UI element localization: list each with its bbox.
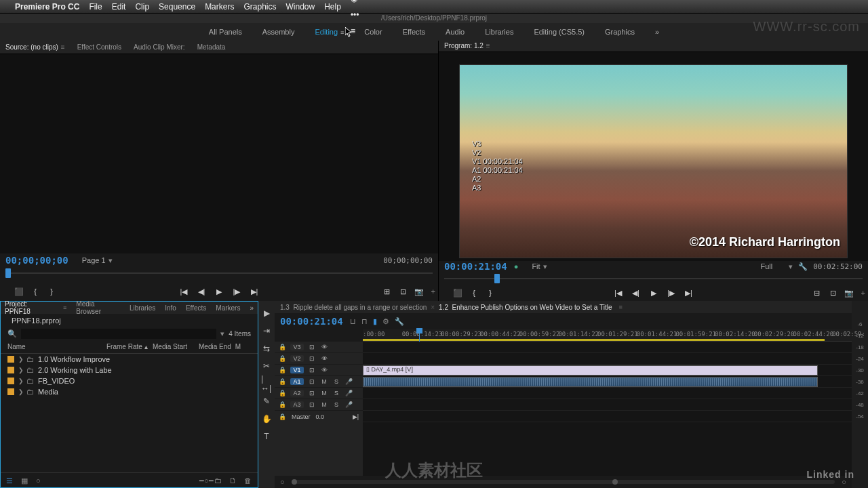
lock-icon[interactable]: 🔒 [279,344,286,350]
sync-lock-icon[interactable]: ⊡ [308,378,316,385]
settings-icon[interactable]: ⚙ [382,317,389,326]
col-mediastart[interactable]: Media Start [153,343,195,350]
panel-menu-icon[interactable]: ≡ [61,43,65,51]
play-icon[interactable]: ▶ [648,287,659,298]
solo-icon[interactable]: S [332,390,340,396]
menu-file[interactable]: File [89,2,102,12]
new-item-icon[interactable]: 🗋 [229,476,237,485]
in-point-icon[interactable]: { [469,287,479,298]
col-name[interactable]: Name [7,343,102,350]
wrench-icon[interactable]: 🔧 [395,317,404,326]
export-frame-icon[interactable]: 📷 [414,286,425,297]
bin-row[interactable]: ❯🗀Media [1,386,258,397]
search-input[interactable] [21,329,216,339]
icon-view-icon[interactable]: ▦ [21,476,29,485]
go-to-in-icon[interactable]: |◀ [178,286,189,297]
app-name[interactable]: Premiere Pro CC [15,2,79,12]
col-mediaend[interactable]: Media End [199,343,231,350]
track-header-v2[interactable]: 🔒V2⊡👁 [275,353,363,365]
selection-tool-icon[interactable]: ▶ [261,308,272,319]
source-page[interactable]: Page 1 [82,256,106,264]
sync-lock-icon[interactable]: ⊡ [308,344,316,350]
add-button-icon[interactable]: + [431,287,435,296]
extract-icon[interactable]: ⊡ [827,287,838,298]
step-back-icon[interactable]: ◀| [631,287,642,298]
search-icon[interactable]: 🔍 [7,329,17,338]
voice-over-icon[interactable]: 🎤 [344,401,353,408]
solo-icon[interactable]: S [332,378,340,385]
delete-icon[interactable]: 🗑 [244,476,252,485]
bin-row[interactable]: ❯🗀1.0 Workflow Improve [1,354,258,365]
step-back-icon[interactable]: ◀| [196,286,207,297]
toggle-output-icon[interactable]: 👁 [320,344,328,350]
lock-icon[interactable]: 🔒 [279,355,286,362]
sync-lock-icon[interactable]: ⊡ [308,355,316,362]
master-track[interactable]: 🔒Master0.0▶| [275,411,363,422]
tab-effects[interactable]: Effects [186,304,206,312]
tab-program[interactable]: Program: 1.2≡ [444,42,490,49]
tab-info[interactable]: Info [165,304,176,312]
tab-metadata[interactable]: Metadata [197,43,226,51]
list-view-icon[interactable]: ☰ [6,476,14,485]
chevron-down-icon[interactable]: ▾ [789,262,793,271]
tab-media-browser[interactable]: Media Browser [76,300,120,315]
export-frame-icon[interactable]: 📷 [844,287,854,298]
zoom-out-icon[interactable]: ○ [280,478,285,486]
insert-icon[interactable]: ⊞ [381,286,392,297]
zoom-scrollbar[interactable] [292,480,835,484]
workspace-color[interactable]: Color [364,28,382,36]
overwrite-icon[interactable]: ⊡ [397,286,408,297]
resolution-full[interactable]: Full [760,262,772,270]
out-point-icon[interactable]: } [46,286,57,297]
marker-icon[interactable]: ⬛ [14,286,24,297]
toggle-output-icon[interactable]: 👁 [320,367,328,373]
workspace-audio[interactable]: Audio [446,28,465,36]
workspace-graphics[interactable]: Graphics [605,28,635,36]
track-header-a3[interactable]: 🔒A3⊡MS🎤 [275,399,363,411]
workspace-assembly[interactable]: Assembly [262,28,295,36]
in-point-icon[interactable]: { [30,286,41,297]
lift-icon[interactable]: ⊟ [811,287,822,298]
add-button-icon[interactable]: + [861,289,865,297]
out-point-icon[interactable]: } [485,287,496,298]
sync-lock-icon[interactable]: ⊡ [308,401,316,408]
tabs-overflow-icon[interactable]: » [250,304,254,312]
audio-clip[interactable] [363,377,818,387]
linked-selection-icon[interactable]: ⊓ [361,317,368,326]
type-tool-icon[interactable]: T [261,431,272,442]
snap-icon[interactable]: ⊔ [350,317,356,326]
go-to-next-icon[interactable]: ▶| [353,413,359,420]
track-header-a1[interactable]: 🔒A1⊡MS🎤 [275,376,363,388]
go-to-in-icon[interactable]: |◀ [613,287,624,298]
panel-menu-icon[interactable]: ≡ [618,304,622,310]
program-monitor[interactable]: V3 V2 V1 00:00:21:04 A1 00:00:21:04 A2 A… [459,64,848,258]
source-scrubber[interactable] [5,267,433,279]
toggle-output-icon[interactable]: 👁 [320,355,328,362]
tab-markers[interactable]: Markers [216,304,240,312]
panel-menu-icon[interactable]: ≡ [486,42,490,49]
expand-icon[interactable]: ❯ [18,367,24,373]
voice-over-icon[interactable]: 🎤 [344,390,353,396]
play-icon[interactable]: ▶ [214,286,224,297]
mute-icon[interactable]: M [320,378,328,385]
video-clip[interactable]: ▯ DAY_4.mp4 [V] [363,365,818,375]
lock-icon[interactable]: 🔒 [279,390,286,396]
zoom-fit[interactable]: Fit [532,262,540,270]
expand-icon[interactable]: ❯ [18,378,24,384]
expand-icon[interactable]: ❯ [18,356,24,363]
sequence-tab[interactable]: 1.3 Ripple delete all gaps in a range or… [280,304,427,311]
settings-icon[interactable]: 🔧 [798,262,808,271]
program-scrubber[interactable] [444,272,863,283]
tab-audio-clip-mixer[interactable]: Audio Clip Mixer: [134,43,185,51]
expand-icon[interactable]: ❯ [18,388,24,395]
tab-project[interactable]: Project: PPNF18 [5,300,54,315]
step-forward-icon[interactable]: |▶ [231,286,242,297]
solo-icon[interactable]: S [332,401,340,408]
workspace-all-panels[interactable]: All Panels [209,28,242,36]
menu-window[interactable]: Window [286,2,315,12]
track-header-a2[interactable]: 🔒A2⊡MS🎤 [275,388,363,399]
lock-icon[interactable]: 🔒 [279,413,286,420]
pen-tool-icon[interactable]: ✎ [261,396,272,407]
workspace-overflow-icon[interactable]: » [655,28,659,36]
sequence-tab[interactable]: 1.2 Enhance Publish Options on Web Video… [439,304,612,311]
